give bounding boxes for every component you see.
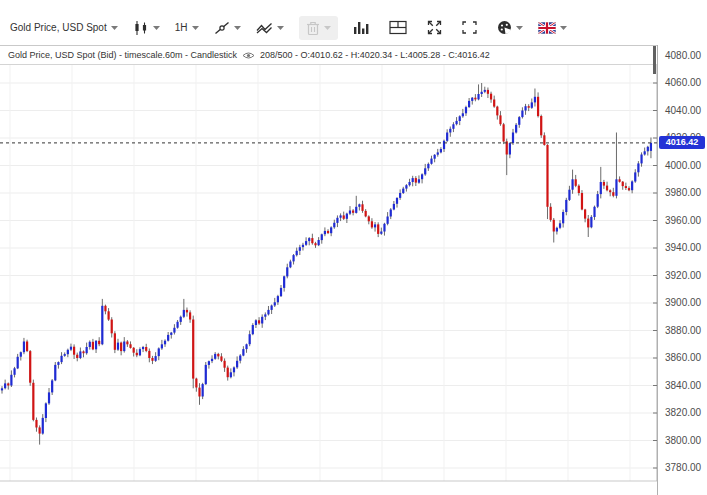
price-axis-label: 3960.00 [665,215,701,227]
timeframe-selector[interactable]: 1H [175,22,199,33]
price-axis-label: 3800.00 [665,435,701,447]
candlestick-icon [133,20,149,36]
chevron-down-icon [192,26,199,30]
screenshot-button[interactable] [462,21,477,34]
indicators-button[interactable] [256,21,284,35]
chart-legend: Gold Price, USD Spot (Bid) - timescale.6… [0,45,657,65]
palette-icon [497,20,512,35]
trash-icon [306,20,320,36]
fullscreen-button[interactable] [427,20,442,35]
chart-pane: Gold Price, USD Spot 1H [0,0,707,495]
chevron-down-icon [324,26,331,30]
price-axis-label: 3980.00 [665,187,701,199]
price-axis-label: 4040.00 [665,105,701,117]
price-axis-label: 4060.00 [665,77,701,89]
timeframe-label: 1H [175,22,188,33]
delete-drawings-button [299,16,338,40]
volume-toggle-button[interactable] [353,20,369,35]
trendline-icon [214,20,230,36]
layout-grid-icon [389,20,407,35]
current-price-label: 4016.42 [666,137,699,147]
chevron-down-icon [234,26,241,30]
scrollbar-thumb[interactable] [653,46,656,74]
price-axis-label: 3900.00 [665,297,701,309]
current-price-tag: 4016.42 [659,136,705,149]
symbol-selector-label: Gold Price, USD Spot [10,22,107,33]
price-axis-label: 3940.00 [665,242,701,254]
legend-ohlc-stats: 208/500 - O:4010.62 - H:4020.34 - L:4005… [260,50,490,60]
price-axis-label: 3880.00 [665,325,701,337]
drawing-tools-button[interactable] [214,20,241,36]
price-axis-label: 3920.00 [665,270,701,282]
candlestick-chart[interactable] [0,0,707,495]
price-axis-label: 4000.00 [665,160,701,172]
price-axis-label: 3860.00 [665,352,701,364]
chevron-down-icon [516,26,523,30]
chart-toolbar: Gold Price, USD Spot 1H [0,0,707,45]
chevron-down-icon [560,26,567,30]
symbol-selector[interactable]: Gold Price, USD Spot [10,22,118,33]
uk-flag-icon [538,22,556,34]
chevron-down-icon [277,26,284,30]
volume-bars-icon [353,20,369,35]
visibility-toggle-icon[interactable] [242,51,255,60]
price-axis-label: 4080.00 [665,50,701,62]
chart-type-button[interactable] [133,20,160,36]
chevron-down-icon [153,26,160,30]
price-axis-label: 3820.00 [665,407,701,419]
language-selector[interactable] [538,22,567,34]
expand-arrows-icon [427,20,442,35]
frame-icon [462,21,477,34]
price-axis[interactable]: 4016.42 4100.004080.004060.004040.004020… [657,38,707,495]
price-axis-label: 3780.00 [665,462,701,474]
theme-button[interactable] [497,20,523,35]
indicators-icon [256,21,273,35]
chevron-down-icon [111,26,118,30]
legend-series-label: Gold Price, USD Spot (Bid) - timescale.6… [8,50,237,60]
layout-button[interactable] [389,20,407,35]
price-axis-label: 3840.00 [665,380,701,392]
